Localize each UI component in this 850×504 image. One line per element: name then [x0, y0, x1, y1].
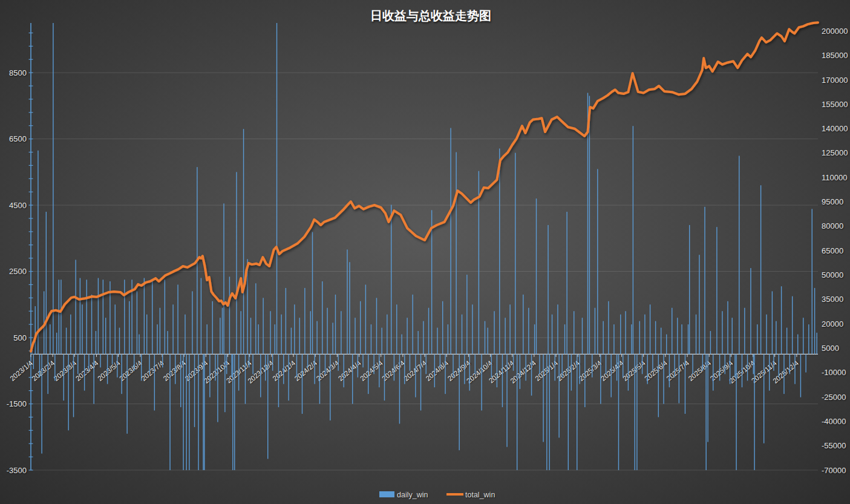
daily-win-bar	[252, 354, 253, 374]
daily-win-bar	[302, 354, 302, 414]
right-axis-label: -25000	[822, 393, 846, 402]
daily-win-bar	[674, 354, 675, 377]
daily-win-bar	[50, 324, 50, 354]
daily-win-bar	[160, 308, 160, 355]
daily-win-bar	[639, 321, 640, 355]
daily-win-bar	[719, 354, 720, 381]
daily-win-bar	[84, 354, 85, 390]
daily-win-bar	[704, 207, 705, 355]
daily-win-bar	[725, 354, 725, 374]
total-win-legend-label: total_win	[465, 491, 495, 499]
daily-win-bar	[46, 212, 47, 354]
daily-win-bar	[426, 354, 427, 374]
daily-win-bar	[371, 324, 371, 354]
daily-win-bar	[713, 354, 713, 390]
right-axis-label: 170000	[822, 76, 848, 85]
daily-win-bar	[192, 291, 192, 354]
daily-win-bar	[215, 354, 215, 381]
daily-win-bar	[750, 268, 751, 354]
daily-win-bar	[431, 210, 432, 354]
daily-win-legend-label: daily_win	[397, 491, 428, 499]
right-axis-label: -55000	[822, 441, 846, 450]
daily-win-bar	[338, 354, 338, 370]
right-axis-label: 50000	[822, 270, 843, 280]
daily-win-bar	[805, 354, 806, 372]
daily-win-bar	[620, 315, 621, 355]
daily-win-bar	[167, 331, 168, 354]
daily-win-bar	[270, 311, 270, 354]
daily-win-bar	[754, 354, 754, 470]
daily-win-bar	[616, 354, 617, 381]
daily-win-bar	[255, 283, 256, 354]
daily-win-bar	[154, 354, 155, 410]
daily-win-bar	[263, 298, 263, 354]
daily-win-bar	[509, 304, 510, 354]
daily-win-bar	[291, 328, 292, 355]
daily-win-bar	[420, 354, 421, 410]
daily-win-bar	[107, 354, 108, 384]
daily-win-bar	[322, 281, 322, 354]
daily-win-bar	[381, 328, 382, 355]
right-axis-label: -40000	[822, 417, 846, 426]
daily-win-bar	[399, 354, 400, 424]
right-axis-label: 5000	[822, 344, 839, 353]
daily-win-bar	[792, 296, 793, 355]
right-axis-label: 125000	[822, 148, 848, 157]
daily-win-bar	[528, 308, 529, 355]
daily-win-bar	[129, 301, 129, 355]
chart-window: 8500650045002500500-1500-350020000018500…	[0, 0, 850, 504]
daily-win-bar	[744, 308, 745, 355]
daily-win-bar	[797, 335, 798, 355]
daily-win-bar	[506, 354, 507, 447]
daily-win-bar	[623, 354, 623, 377]
daily-win-bar	[625, 311, 626, 354]
daily-win-bar	[450, 128, 451, 355]
daily-win-bar	[238, 354, 239, 390]
daily-win-bar	[800, 354, 801, 397]
daily-win-bar	[54, 354, 55, 381]
daily-win-bar	[464, 354, 465, 384]
daily-win-bar	[636, 354, 637, 470]
daily-win-bar	[603, 321, 603, 355]
daily-win-bar	[236, 172, 237, 354]
daily-win-bar	[66, 328, 67, 355]
daily-win-bar	[59, 280, 59, 354]
daily-win-bar	[816, 333, 817, 355]
daily-win-bar	[316, 321, 317, 355]
daily-win-bar	[91, 295, 92, 355]
daily-win-bar	[663, 354, 664, 404]
daily-win-bar	[707, 354, 708, 442]
daily-win-bar	[401, 335, 402, 355]
daily-win-bar	[152, 280, 152, 354]
daily-win-bar	[672, 308, 672, 355]
daily-win-bar	[126, 354, 127, 433]
daily-win-bar	[368, 354, 368, 394]
daily-win-bar	[250, 318, 251, 354]
daily-win-bar	[112, 354, 113, 364]
daily-win-bar	[574, 311, 574, 354]
daily-win-bar	[760, 185, 761, 354]
daily-win-bar	[275, 324, 275, 354]
daily-win-bar	[412, 295, 413, 355]
daily-win-bar	[93, 354, 94, 404]
daily-win-bar	[224, 354, 225, 412]
daily-win-bar	[335, 295, 336, 355]
daily-win-bar	[38, 151, 38, 355]
daily-win-bar	[134, 354, 134, 370]
daily-win-bar	[679, 354, 679, 403]
daily-win-bar	[558, 354, 559, 437]
daily-total-profit-chart: 8500650045002500500-1500-350020000018500…	[0, 0, 850, 504]
daily-win-bar	[600, 354, 601, 404]
daily-win-bar	[692, 354, 693, 374]
daily-win-bar	[417, 331, 418, 354]
daily-win-bar	[384, 354, 385, 401]
daily-win-bar	[525, 354, 526, 381]
daily-win-bar	[688, 324, 688, 354]
right-axis-label: 95000	[822, 197, 843, 206]
daily-win-bar	[157, 324, 157, 354]
daily-win-bar	[327, 308, 327, 355]
daily-win-bar	[577, 354, 577, 470]
daily-win-bar	[494, 311, 494, 354]
daily-win-bar	[299, 318, 299, 354]
daily-win-bar	[564, 324, 565, 354]
